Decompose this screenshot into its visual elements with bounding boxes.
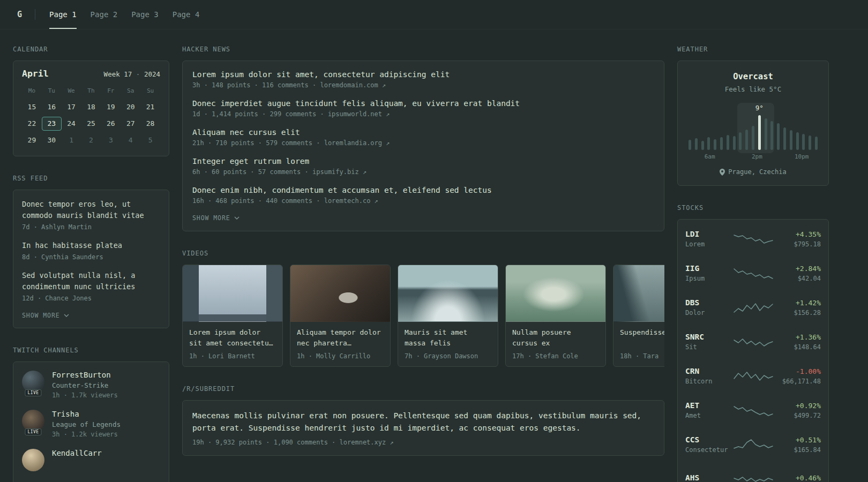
weather-bar [796,132,799,150]
top-bar: G Page 1 Page 2 Page 3 Page 4 [0,0,868,29]
hackernews-item-title[interactable]: Donec imperdiet augue tincidunt felis al… [192,99,654,108]
weather-bar [707,137,710,150]
hackernews-item-title[interactable]: Integer eget rutrum lorem [192,157,654,165]
subreddit-card: Maecenas mollis pulvinar erat non posuer… [182,400,664,456]
video-title[interactable]: Lorem ipsum dolor sit amet consectetu… [189,327,276,349]
rss-item-meta: 7d · Ashlyn Martin [22,223,160,231]
twitch-channel-game[interactable]: League of Legends [52,420,121,428]
hackernews-item-title[interactable]: Aliquam nec cursus elit [192,128,654,137]
stock-row[interactable]: AET Amet +0.92% $499.72 [678,393,828,427]
videos-row: Lorem ipsum dolor sit amet consectetu… 1… [182,265,664,367]
tab-page-2[interactable]: Page 2 [91,0,118,29]
stock-price: $165.84 [774,446,821,454]
hackernews-item: Donec enim nibh, condimentum et accumsan… [192,186,654,205]
hackernews-domain-link[interactable]: ipsumify.biz ↗ [312,168,366,176]
calendar-day: 16 [42,100,62,114]
calendar-day: 17 [62,100,81,114]
video-card[interactable]: Nullam posuere cursus ex 17h · Stefan Co… [505,265,606,367]
tab-page-4[interactable]: Page 4 [173,0,200,29]
calendar-day: 19 [101,100,121,114]
twitch-channel-name[interactable]: Trisha [52,410,121,418]
video-meta: 1h · Molly Carrillo [297,352,384,360]
rss-item-title[interactable]: In hac habitasse platea [22,240,160,251]
hackernews-item-title[interactable]: Donec enim nibh, condimentum et accumsan… [192,186,654,194]
calendar-day: 29 [22,133,42,147]
subreddit-post-meta: 19h · 9,932 points · 1,090 comments · lo… [192,439,654,446]
tab-page-1[interactable]: Page 1 [49,0,77,29]
video-title[interactable]: Mauris sit amet massa felis [405,327,491,349]
stock-name: Ipsum [685,275,733,282]
calendar-day: 4 [121,133,140,147]
video-thumbnail[interactable] [506,265,605,322]
calendar-day-today: 23 [42,117,62,131]
twitch-channel-name[interactable]: KendallCarr [52,449,102,457]
hackernews-domain-link[interactable]: loremdomain.com ↗ [320,81,386,89]
rss-section-title: RSS FEED [13,175,169,182]
stock-ticker-block: CRN Bitcorn [685,367,733,385]
hackernews-item: Integer eget rutrum lorem 6h · 60 points… [192,157,654,176]
weather-bar [809,135,811,150]
hackernews-domain-link[interactable]: loremlandia.org ↗ [324,139,390,147]
video-title[interactable]: Aliquam tempor dolor nec pharetra… [297,327,384,349]
weather-bar [752,126,754,150]
calendar-day: 28 [140,117,160,131]
hackernews-meta-text: 21h · 710 points · 579 comments · [192,139,320,147]
stock-name: Lorem [685,240,733,248]
stock-sparkline [733,471,774,482]
rss-show-more-button[interactable]: SHOW MORE [22,312,160,319]
stock-price: $148.64 [774,343,821,351]
stock-symbol: AHS [685,473,733,482]
hackernews-item-meta: 16h · 468 points · 440 comments · loremt… [192,197,654,205]
avatar[interactable]: LIVE [22,371,44,393]
video-thumbnail[interactable] [398,265,498,322]
stock-price: $66,171.48 [774,378,821,385]
video-title[interactable]: Nullam posuere cursus ex [512,327,599,349]
calendar-month: April [22,69,49,79]
video-card[interactable]: Suspendisse diam 18h · Tara [613,265,664,367]
stock-row[interactable]: CRN Bitcorn -1.00% $66,171.48 [678,359,828,393]
video-title[interactable]: Suspendisse diam [620,327,664,349]
video-thumbnail[interactable] [613,265,664,322]
twitch-channel-game[interactable]: Counter-Strike [52,381,118,389]
weather-time-label: 6am [705,153,715,160]
rss-item-title[interactable]: Donec tempor eros leo, ut commodo mauris… [22,199,160,221]
hackernews-item-meta: 3h · 148 points · 116 comments · loremdo… [192,81,654,89]
video-card[interactable]: Lorem ipsum dolor sit amet consectetu… 1… [182,265,283,367]
app-logo[interactable]: G [13,0,35,29]
stock-row[interactable]: AHS +0.46% [678,462,828,482]
twitch-channel-row: LIVE Trisha League of Legends 3h · 1.2k … [22,410,160,438]
video-thumbnail[interactable] [290,265,390,322]
video-body: Nullam posuere cursus ex 17h · Stefan Co… [506,322,605,366]
hackernews-item-title[interactable]: Lorem ipsum dolor sit amet, consectetur … [192,70,654,79]
stock-row[interactable]: IIG Ipsum +2.84% $42.04 [678,256,828,290]
subreddit-domain-link[interactable]: loremnet.xyz ↗ [340,439,394,446]
live-badge: LIVE [25,428,41,435]
tab-page-3[interactable]: Page 3 [131,0,159,29]
video-thumbnail[interactable] [183,265,282,322]
stock-row[interactable]: SNRC Sit +1.36% $148.64 [678,325,828,359]
live-badge: LIVE [25,389,41,396]
rss-item-title[interactable]: Sed volutpat nulla nisl, a condimentum n… [22,270,160,292]
twitch-channel-name[interactable]: ForrestBurton [52,371,118,379]
video-card[interactable]: Aliquam tempor dolor nec pharetra… 1h · … [290,265,391,367]
chevron-down-icon [64,314,69,317]
logo-divider [35,9,35,20]
video-body: Mauris sit amet massa felis 7h · Grayson… [398,322,498,366]
hackernews-widget: HACKER NEWS Lorem ipsum dolor sit amet, … [182,46,664,231]
video-card[interactable]: Mauris sit amet massa felis 7h · Grayson… [398,265,498,367]
calendar-week-separator: · [136,70,140,78]
hackernews-domain-link[interactable]: loremtech.co ↗ [324,197,378,205]
subreddit-post-title[interactable]: Maecenas mollis pulvinar erat non posuer… [192,410,654,434]
stock-row[interactable]: LDI Lorem +4.35% $795.18 [678,222,828,256]
weather-location-text: Prague, Czechia [728,168,786,176]
weather-bar [739,132,742,150]
avatar[interactable] [22,449,44,471]
hackernews-show-more-button[interactable]: SHOW MORE [192,214,654,222]
hackernews-domain-link[interactable]: ipsumworld.net ↗ [328,110,390,118]
stock-row[interactable]: DBS Dolor +1.42% $156.28 [678,290,828,325]
avatar[interactable]: LIVE [22,410,44,432]
rss-item: Sed volutpat nulla nisl, a condimentum n… [22,270,160,302]
stock-row[interactable]: CCS Consectetur +0.51% $165.84 [678,427,828,462]
rss-item-meta: 12d · Chance Jones [22,295,160,302]
stocks-card: LDI Lorem +4.35% $795.18 IIG Ipsum [677,219,829,482]
